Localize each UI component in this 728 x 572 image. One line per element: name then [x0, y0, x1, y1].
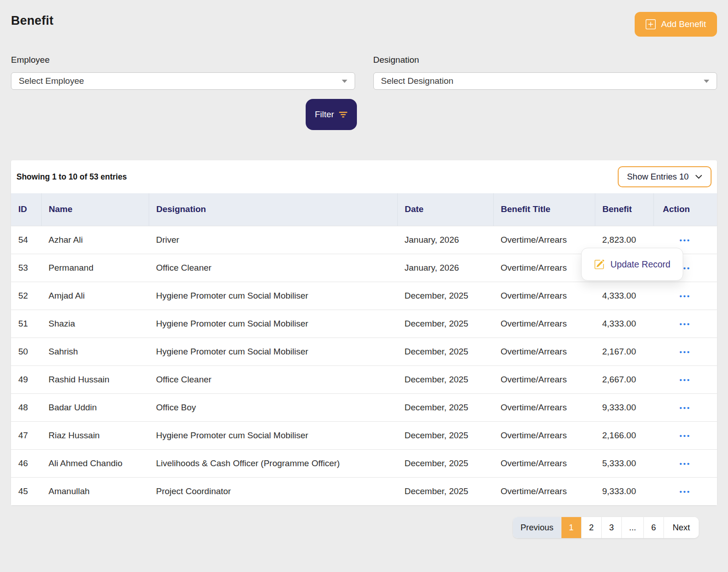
cell-date: December, 2025	[397, 282, 493, 310]
cell-benefit: 2,166.00	[595, 421, 653, 449]
cell-action: •••	[653, 421, 717, 449]
cell-designation: Office Cleaner	[149, 254, 397, 282]
row-actions-button[interactable]: •••	[679, 348, 691, 356]
cell-action: •••	[653, 393, 717, 421]
row-actions-button[interactable]: •••	[679, 460, 691, 468]
cell-id: 53	[11, 254, 41, 282]
cell-designation: Hygiene Promoter cum Social Mobiliser	[149, 310, 397, 338]
entries-summary: Showing 1 to 10 of 53 entries	[16, 172, 127, 182]
cell-id: 47	[11, 421, 41, 449]
add-benefit-button[interactable]: Add Benefit	[635, 12, 717, 37]
cell-action: •••	[653, 449, 717, 477]
row-actions-button[interactable]: •••	[679, 236, 691, 244]
cell-action: •••	[653, 365, 717, 393]
cell-benefit-title: Overtime/Arrears	[493, 477, 595, 505]
cell-benefit-title: Overtime/Arrears	[493, 449, 595, 477]
cell-id: 52	[11, 282, 41, 310]
row-actions-button[interactable]: •••	[679, 404, 691, 412]
pagination-previous[interactable]: Previous	[513, 517, 561, 538]
cell-date: December, 2025	[397, 365, 493, 393]
column-header-id: ID	[11, 193, 41, 226]
column-header-date: Date	[397, 193, 493, 226]
designation-select-value: Select Designation	[381, 76, 453, 86]
table-row: 51ShaziaHygiene Promoter cum Social Mobi…	[11, 310, 717, 338]
cell-benefit-title: Overtime/Arrears	[493, 282, 595, 310]
filter-button[interactable]: Filter	[306, 99, 357, 130]
cell-name: Amjad Ali	[41, 282, 149, 310]
cell-designation: Project Coordinator	[149, 477, 397, 505]
cell-designation: Office Boy	[149, 393, 397, 421]
row-actions-button[interactable]: •••	[679, 292, 691, 300]
column-header-benefit: Benefit	[595, 193, 653, 226]
cell-date: January, 2026	[397, 226, 493, 254]
cell-action: •••	[653, 310, 717, 338]
cell-benefit-title: Overtime/Arrears	[493, 254, 595, 282]
cell-date: December, 2025	[397, 421, 493, 449]
pagination-page-2[interactable]: 2	[581, 517, 601, 538]
cell-name: Permanand	[41, 254, 149, 282]
cell-date: December, 2025	[397, 393, 493, 421]
cell-id: 46	[11, 449, 41, 477]
table-row: 50SahrishHygiene Promoter cum Social Mob…	[11, 338, 717, 365]
cell-benefit: 9,333.00	[595, 393, 653, 421]
cell-id: 45	[11, 477, 41, 505]
edit-pencil-icon	[594, 259, 604, 270]
table-row: 46Ali Ahmed ChandioLivelihoods & Cash Of…	[11, 449, 717, 477]
update-record-menu-item[interactable]: Update Record	[581, 248, 683, 281]
cell-id: 51	[11, 310, 41, 338]
row-actions-button[interactable]: •••	[679, 320, 691, 328]
cell-action: •••	[653, 338, 717, 365]
benefits-table: IDNameDesignationDateBenefit TitleBenefi…	[11, 193, 717, 505]
cell-id: 54	[11, 226, 41, 254]
employee-field: Employee Select Employee	[11, 55, 355, 90]
plus-square-icon	[646, 19, 656, 29]
table-header-row: IDNameDesignationDateBenefit TitleBenefi…	[11, 193, 717, 226]
page-title: Benefit	[11, 14, 54, 28]
row-actions-button[interactable]: •••	[679, 376, 691, 384]
show-entries-label: Show Entries 10	[627, 172, 689, 182]
cell-name: Rashid Hussain	[41, 365, 149, 393]
pagination-page-3[interactable]: 3	[601, 517, 621, 538]
designation-select[interactable]: Select Designation	[373, 72, 717, 90]
add-benefit-label: Add Benefit	[661, 19, 706, 29]
table-row: 45AmanullahProject CoordinatorDecember, …	[11, 477, 717, 505]
pagination-page-1[interactable]: 1	[561, 517, 581, 538]
cell-date: December, 2025	[397, 338, 493, 365]
cell-name: Riaz Hussain	[41, 421, 149, 449]
table-card-header: Showing 1 to 10 of 53 entries Show Entri…	[11, 160, 717, 193]
topbar: Benefit Add Benefit	[0, 0, 728, 37]
update-record-label: Update Record	[610, 259, 670, 270]
pagination-ellipsis[interactable]: ...	[621, 517, 643, 538]
row-actions-button[interactable]: •••	[679, 488, 691, 496]
cell-date: December, 2025	[397, 310, 493, 338]
cell-benefit-title: Overtime/Arrears	[493, 365, 595, 393]
cell-designation: Livelihoods & Cash Officer (Programme Of…	[149, 449, 397, 477]
column-header-designation: Designation	[149, 193, 397, 226]
cell-date: December, 2025	[397, 449, 493, 477]
chevron-down-icon	[704, 80, 709, 83]
cell-name: Badar Uddin	[41, 393, 149, 421]
cell-benefit-title: Overtime/Arrears	[493, 226, 595, 254]
cell-benefit-title: Overtime/Arrears	[493, 421, 595, 449]
employee-label: Employee	[11, 55, 355, 65]
table-row: 49Rashid HussainOffice CleanerDecember, …	[11, 365, 717, 393]
designation-field: Designation Select Designation	[373, 55, 717, 90]
table-row: 48Badar UddinOffice BoyDecember, 2025Ove…	[11, 393, 717, 421]
cell-benefit: 9,333.00	[595, 477, 653, 505]
show-entries-button[interactable]: Show Entries 10	[618, 166, 712, 187]
employee-select[interactable]: Select Employee	[11, 72, 355, 90]
row-actions-button[interactable]: •••	[679, 432, 691, 440]
column-header-benefit-title: Benefit Title	[493, 193, 595, 226]
cell-name: Ali Ahmed Chandio	[41, 449, 149, 477]
chevron-down-icon	[342, 80, 347, 83]
filters-section: Employee Select Employee Designation Sel…	[11, 55, 717, 90]
cell-benefit-title: Overtime/Arrears	[493, 393, 595, 421]
pagination-page-6[interactable]: 6	[643, 517, 663, 538]
designation-label: Designation	[373, 55, 717, 65]
cell-benefit-title: Overtime/Arrears	[493, 310, 595, 338]
cell-name: Azhar Ali	[41, 226, 149, 254]
table-row: 52Amjad AliHygiene Promoter cum Social M…	[11, 282, 717, 310]
pagination-next[interactable]: Next	[663, 517, 699, 538]
column-header-action: Action	[653, 193, 717, 226]
table-row: 47Riaz HussainHygiene Promoter cum Socia…	[11, 421, 717, 449]
